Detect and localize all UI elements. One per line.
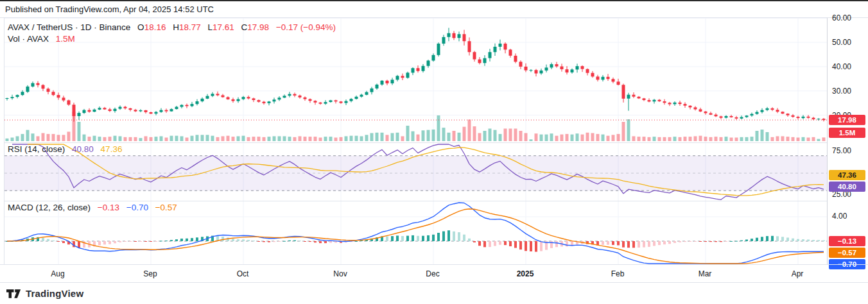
rsi-axis-label: 75.00 <box>832 146 851 155</box>
rsi-value: 40.80 <box>72 144 94 154</box>
time-axis-label: Oct <box>237 269 249 278</box>
macd-hist-badge: −0.13 <box>829 236 865 246</box>
volume-legend-value: 1.5M <box>56 34 75 44</box>
plot-region[interactable] <box>4 18 828 264</box>
time-axis[interactable]: AugSepOctNovDec2025FebMarApr <box>0 264 868 282</box>
ohlc-open-value: 18.16 <box>144 22 166 32</box>
macd-signal-value: −0.57 <box>155 203 177 212</box>
ohlc-low-value: 17.61 <box>213 22 234 32</box>
ohlc-close-value: 17.98 <box>247 22 269 32</box>
macd-axis-label: 4.00 <box>832 212 847 221</box>
tradingview-wordmark[interactable]: TradingView <box>26 288 83 299</box>
rsi-badge: 40.80 <box>829 182 865 192</box>
time-axis-label: Feb <box>611 269 625 278</box>
time-axis-label: Dec <box>426 269 439 278</box>
rsi-ma-value: 47.36 <box>101 144 123 154</box>
price-axis-label: 40.00 <box>832 62 851 71</box>
published-text: Published on TradingView.com, Apr 04, 20… <box>5 4 214 14</box>
time-axis-label: Apr <box>792 269 804 278</box>
symbol-legend: AVAX / TetherUS · 1D · Binance O18.16 H1… <box>8 22 336 45</box>
time-axis-label: Aug <box>51 269 64 278</box>
rsi-legend: RSI (14, close) 40.80 47.36 <box>8 144 122 154</box>
volume-legend-label: Vol · AVAX <box>8 34 49 44</box>
tradingview-published-chart: Published on TradingView.com, Apr 04, 20… <box>0 0 868 304</box>
ohlc-close-label: C <box>241 22 248 32</box>
ohlc-high-value: 18.77 <box>179 22 201 32</box>
ohlc-high-label: H <box>173 22 179 32</box>
price-axis[interactable]: 60.0050.0040.0030.0020.0075.0025.004.001… <box>827 18 868 264</box>
ohlc-open-label: O <box>137 22 144 32</box>
volume-badge: 1.5M <box>829 128 865 138</box>
tradingview-logo-icon[interactable] <box>6 289 21 298</box>
symbol-title: AVAX / TetherUS · 1D · Binance <box>8 22 130 32</box>
price-axis-label: 50.00 <box>832 38 851 47</box>
ohlc-low-label: L <box>208 22 213 32</box>
rsi-pane[interactable] <box>4 142 828 201</box>
macd-line-value: −0.70 <box>126 203 148 212</box>
price-axis-label: 60.00 <box>832 13 851 22</box>
footer-bar: TradingView <box>0 282 868 304</box>
time-axis-label: Sep <box>143 269 157 278</box>
macd-legend-title: MACD (12, 26, close) <box>8 203 91 212</box>
price-axis-label: 30.00 <box>832 87 851 96</box>
chart-area: 60.0050.0040.0030.0020.0075.0025.004.001… <box>0 18 868 264</box>
time-axis-label: Mar <box>699 269 712 278</box>
change-value: −0.17 (−0.94%) <box>276 22 336 32</box>
macd-signal-badge: −0.57 <box>829 248 865 258</box>
time-axis-label: 2025 <box>517 269 534 278</box>
last-price-badge: 17.98 <box>829 115 865 125</box>
rsi-ma-badge: 47.36 <box>829 170 865 180</box>
macd-legend: MACD (12, 26, close) −0.13 −0.70 −0.57 <box>8 203 177 212</box>
time-axis-label: Nov <box>333 269 347 278</box>
macd-hist-value: −0.13 <box>98 203 119 212</box>
published-bar: Published on TradingView.com, Apr 04, 20… <box>0 0 868 18</box>
rsi-legend-title: RSI (14, close) <box>8 144 65 154</box>
